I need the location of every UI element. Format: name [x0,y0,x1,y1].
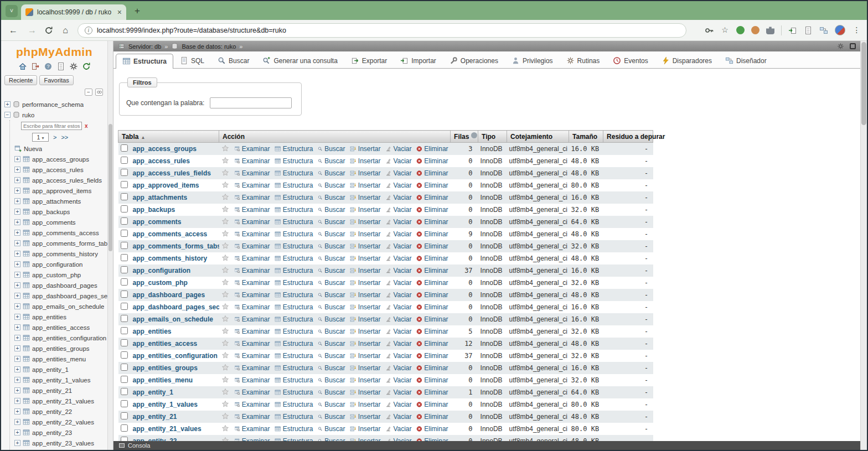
table-name-link[interactable]: app_dashboard_pages_sections [133,303,219,311]
structure-action[interactable]: Estructura [275,230,313,238]
header-tabla[interactable]: Tabla▲ [118,131,219,143]
drop-action[interactable]: Eliminar [416,401,448,408]
drop-action[interactable]: Eliminar [416,413,448,421]
breadcrumb-server[interactable]: Servidor: db [128,43,161,50]
favorite-star-icon[interactable] [221,181,229,189]
table-name-link[interactable]: app_dashboard_pages [133,291,205,299]
insert-action[interactable]: Insertar [350,242,381,250]
browse-action[interactable]: Examinar [235,157,270,165]
structure-action[interactable]: Estructura [275,218,313,226]
table-name-link[interactable]: app_entity_21 [133,413,177,421]
favorite-star-icon[interactable] [221,376,229,383]
drop-action[interactable]: Eliminar [416,218,448,226]
insert-action[interactable]: Insertar [350,194,381,201]
row-checkbox[interactable] [121,388,128,395]
favorite-star-icon[interactable] [221,388,229,396]
empty-action[interactable]: Vaciar [385,145,412,153]
favorite-star-icon[interactable] [221,327,229,335]
structure-action[interactable]: Estructura [275,328,313,335]
browse-action[interactable]: Examinar [235,328,270,335]
drop-action[interactable]: Eliminar [416,206,448,214]
tab-close-icon[interactable]: × [117,8,122,16]
expand-icon[interactable] [14,272,20,278]
expand-icon[interactable] [14,219,20,225]
link-with-main-icon[interactable] [95,89,103,96]
breadcrumb-database[interactable]: Base de datos: ruko [182,43,236,50]
empty-action[interactable]: Vaciar [385,182,412,189]
profile-avatar[interactable] [835,25,845,35]
browse-action[interactable]: Examinar [235,291,270,299]
insert-action[interactable]: Insertar [350,340,381,348]
drop-action[interactable]: Eliminar [416,255,448,262]
tab-search-chevron-button[interactable]: ˅ [6,5,18,17]
row-checkbox[interactable] [121,181,128,188]
insert-action[interactable]: Insertar [350,315,381,323]
drop-action[interactable]: Eliminar [416,352,448,360]
row-checkbox[interactable] [121,230,128,237]
drop-action[interactable]: Eliminar [416,364,448,372]
favorite-star-icon[interactable] [221,193,229,201]
drop-action[interactable]: Eliminar [416,279,448,287]
insert-action[interactable]: Insertar [350,352,381,360]
row-checkbox[interactable] [121,315,128,322]
header-tamano[interactable]: Tamaño [569,131,603,143]
row-checkbox[interactable] [121,254,128,261]
favorite-star-icon[interactable] [221,351,229,359]
sidebar-table-item[interactable]: app_entity_24 [14,448,107,450]
structure-action[interactable]: Estructura [275,388,313,396]
insert-action[interactable]: Insertar [350,157,381,165]
row-checkbox[interactable] [121,327,128,334]
structure-action[interactable]: Estructura [275,145,313,153]
browse-action[interactable]: Examinar [235,242,270,250]
empty-action[interactable]: Vaciar [385,230,412,238]
expand-icon[interactable] [14,356,20,362]
tab-query[interactable]: Generar una consulta [256,53,344,68]
tab-privileges[interactable]: Privilegios [505,53,560,68]
header-filas[interactable]: Filas [451,131,478,143]
sidebar-table-item[interactable]: app_attachments [14,196,107,206]
insert-action[interactable]: Insertar [350,291,381,299]
sidebar-table-item[interactable]: app_entity_23_values [14,438,107,448]
insert-action[interactable]: Insertar [350,255,381,262]
expand-icon[interactable] [14,282,20,288]
sidebar-table-item[interactable]: app_comments_forms_tabs [14,238,107,248]
table-name-link[interactable]: app_entity_1 [133,388,173,396]
extension-green-icon[interactable] [736,26,745,34]
tab-import[interactable]: Importar [394,53,443,68]
expand-icon[interactable] [14,366,20,372]
logout-icon[interactable] [31,62,40,71]
empty-action[interactable]: Vaciar [385,315,412,323]
search-action[interactable]: Buscar [318,364,345,372]
expand-icon[interactable] [14,440,20,446]
structure-action[interactable]: Estructura [275,194,313,201]
tree-page-select[interactable]: 1 [32,133,49,142]
favorite-star-icon[interactable] [221,157,229,164]
sidebar-table-item[interactable]: app_entities_configuration [14,333,107,343]
favorite-star-icon[interactable] [221,412,229,420]
sidebar-table-item[interactable]: app_access_rules [14,164,107,175]
favorite-star-icon[interactable] [221,266,229,274]
row-checkbox[interactable] [121,376,128,383]
row-checkbox[interactable] [121,169,128,176]
structure-action[interactable]: Estructura [275,315,313,323]
downloads-icon[interactable] [788,26,797,35]
structure-action[interactable]: Estructura [275,401,313,408]
empty-action[interactable]: Vaciar [385,340,412,348]
extensions-puzzle-icon[interactable] [766,26,774,34]
empty-action[interactable]: Vaciar [385,425,412,433]
drop-action[interactable]: Eliminar [416,425,448,433]
new-tab-button[interactable]: + [131,4,144,18]
reload-button[interactable] [44,26,53,35]
collapse-all-icon[interactable]: − [85,89,92,96]
table-name-link[interactable]: app_entity_1_values [133,401,198,408]
empty-action[interactable]: Vaciar [385,328,412,335]
empty-action[interactable]: Vaciar [385,364,412,372]
sidebar-db-ruko[interactable]: ruko [4,110,107,120]
expand-icon[interactable] [14,209,20,215]
row-checkbox[interactable] [121,303,128,310]
search-action[interactable]: Buscar [318,255,345,262]
insert-action[interactable]: Insertar [350,218,381,226]
password-key-icon[interactable] [705,26,714,35]
favorite-star-icon[interactable] [221,278,229,286]
row-checkbox[interactable] [121,157,128,164]
